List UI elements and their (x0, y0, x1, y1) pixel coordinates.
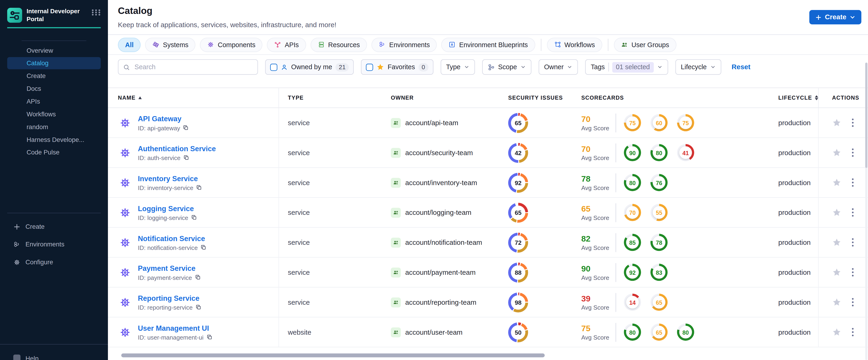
tab-systems[interactable]: Systems (145, 37, 196, 52)
owned-by-me-checkbox[interactable] (270, 63, 277, 70)
owner-name[interactable]: account/payment-team (405, 269, 475, 276)
owner-name[interactable]: account/inventory-team (405, 179, 477, 186)
favorite-star-icon[interactable] (832, 268, 841, 277)
table-row[interactable]: Notification Service ID: notification-se… (108, 228, 868, 258)
owner-name[interactable]: account/reporting-team (405, 298, 476, 306)
favorites-checkbox[interactable] (366, 63, 373, 70)
entity-name-link[interactable]: Inventory Service (138, 174, 202, 183)
sort-icon (815, 95, 818, 100)
table-row[interactable]: Reporting Service ID: reporting-service … (108, 288, 868, 318)
table-row[interactable]: Authentication Service ID: auth-service … (108, 138, 868, 168)
scorecard-ring-value: 80 (624, 324, 641, 341)
app-switcher-icon[interactable] (92, 9, 101, 16)
copy-icon[interactable] (206, 334, 212, 340)
copy-icon[interactable] (195, 304, 202, 310)
favorite-star-icon[interactable] (832, 118, 841, 127)
favorite-star-icon[interactable] (832, 298, 841, 307)
owner-name[interactable]: account/notification-team (405, 239, 482, 246)
table-row[interactable]: Payment Service ID: payment-service serv… (108, 258, 868, 288)
tab-separator (608, 38, 608, 51)
entity-id: ID: inventory-service (138, 184, 193, 191)
sidebar-item-harness-develope-[interactable]: Harness Develope... (7, 133, 101, 146)
entity-name-link[interactable]: Reporting Service (138, 294, 202, 302)
scope-dropdown[interactable]: Scope (482, 59, 531, 75)
owner-dropdown[interactable]: Owner (538, 59, 578, 75)
horizontal-scrollbar[interactable] (121, 354, 545, 357)
tab-resources[interactable]: Resources (311, 37, 367, 52)
table-row[interactable]: Logging Service ID: logging-service serv… (108, 198, 868, 228)
apis-icon (274, 41, 281, 48)
favorite-star-icon[interactable] (832, 208, 841, 217)
sidebar-item-overview[interactable]: Overview (7, 44, 101, 56)
tab-environment-blueprints[interactable]: Environment Blueprints (441, 37, 535, 52)
copy-icon[interactable] (183, 125, 189, 131)
sidebar-bottom-item-create[interactable]: Create (0, 218, 108, 235)
copy-icon[interactable] (191, 214, 197, 220)
favorite-star-icon[interactable] (832, 148, 841, 157)
sidebar-bottom-item-configure[interactable]: Configure (0, 253, 108, 271)
entity-id: ID: api-gateway (138, 124, 180, 131)
reset-filters-link[interactable]: Reset (732, 63, 750, 71)
column-header-name[interactable]: Name (108, 88, 279, 107)
sidebar-item-code-pulse[interactable]: Code Pulse (7, 146, 101, 158)
sidebar-bottom-item-environments[interactable]: Environments (0, 236, 108, 253)
more-actions-icon[interactable] (851, 207, 855, 217)
sidebar-item-create[interactable]: Create (7, 70, 101, 82)
sidebar-item-help[interactable]: Help (0, 355, 108, 360)
table-row[interactable]: API Gateway ID: api-gateway service acco… (108, 108, 868, 138)
favorites-filter[interactable]: Favorites 0 (361, 59, 433, 75)
table-row[interactable]: User Management UI ID: user-management-u… (108, 318, 868, 348)
security-issues-donut: 92 (508, 173, 528, 192)
more-actions-icon[interactable] (851, 327, 855, 337)
tab-all[interactable]: All (118, 37, 141, 52)
entity-name-link[interactable]: Notification Service (138, 234, 207, 242)
copy-icon[interactable] (183, 154, 189, 160)
scorecard-ring-value: 65 (651, 324, 668, 341)
sidebar-item-random[interactable]: random (7, 121, 101, 133)
type-dropdown[interactable]: Type (440, 59, 475, 75)
more-actions-icon[interactable] (851, 237, 855, 247)
lifecycle-dropdown[interactable]: Lifecycle (675, 59, 721, 75)
tags-dropdown[interactable]: Tags 01 selected (585, 59, 668, 75)
favorite-star-icon[interactable] (832, 178, 841, 187)
copy-icon[interactable] (196, 184, 202, 190)
entity-name-link[interactable]: Authentication Service (138, 144, 216, 153)
column-header-lifecycle[interactable]: Lifecycle (775, 88, 818, 107)
tab-apis[interactable]: APIs (267, 37, 306, 52)
create-button[interactable]: Create (809, 10, 861, 24)
tab-components[interactable]: Components (200, 37, 263, 52)
entity-name-link[interactable]: User Management UI (138, 324, 212, 332)
entity-name-link[interactable]: API Gateway (138, 115, 189, 123)
vertical-scrollbar-thumb[interactable] (865, 63, 867, 168)
sidebar-item-catalog[interactable]: Catalog (7, 57, 101, 69)
nav-divider (7, 213, 101, 213)
sidebar-item-apis[interactable]: APIs (7, 95, 101, 107)
owner-name[interactable]: account/user-team (405, 328, 463, 336)
more-actions-icon[interactable] (851, 297, 855, 307)
help-icon (13, 355, 21, 360)
tab-user-groups[interactable]: User Groups (614, 37, 676, 52)
scorecard-ring-value: 65 (651, 294, 668, 311)
more-actions-icon[interactable] (851, 267, 855, 277)
entity-name-link[interactable]: Payment Service (138, 264, 201, 272)
copy-icon[interactable] (200, 244, 207, 250)
owner-name[interactable]: account/logging-team (405, 209, 471, 216)
owner-name[interactable]: account/security-team (405, 149, 473, 156)
favorite-star-icon[interactable] (832, 328, 841, 337)
table-row[interactable]: Inventory Service ID: inventory-service … (108, 168, 868, 198)
owner-name[interactable]: account/api-team (405, 119, 458, 127)
favorite-star-icon[interactable] (832, 238, 841, 247)
more-actions-icon[interactable] (851, 177, 855, 187)
sidebar-item-workflows[interactable]: Workflows (7, 108, 101, 120)
sidebar-item-docs[interactable]: Docs (7, 83, 101, 94)
tab-environments[interactable]: Environments (372, 37, 437, 52)
more-actions-icon[interactable] (851, 118, 855, 128)
security-issues-value: 42 (508, 143, 528, 162)
more-actions-icon[interactable] (851, 148, 855, 157)
tab-workflows[interactable]: Workflows (547, 37, 602, 52)
search-input[interactable] (133, 63, 253, 71)
copy-icon[interactable] (195, 274, 201, 280)
owned-by-me-filter[interactable]: Owned by me 21 (265, 59, 354, 75)
search-input-wrap[interactable] (118, 59, 258, 75)
entity-name-link[interactable]: Logging Service (138, 204, 197, 212)
